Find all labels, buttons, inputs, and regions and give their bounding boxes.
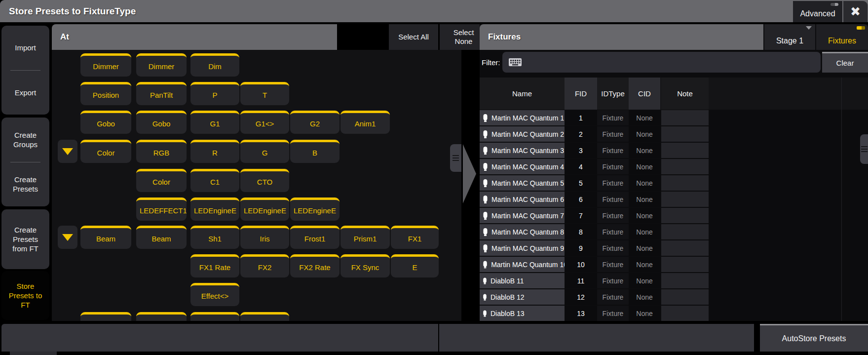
param-button-c1[interactable]: C1 <box>190 169 239 192</box>
keyboard-icon <box>509 58 522 66</box>
table-row[interactable]: Martin MAC Quantum 1010FixtureNone <box>480 257 709 272</box>
fixture-icon <box>483 114 488 122</box>
param-button-cto[interactable]: CTO <box>240 169 289 192</box>
tab-active-indicator-icon <box>857 26 865 30</box>
clear-filter-button[interactable]: Clear <box>822 52 868 73</box>
param-button-dimmer[interactable]: Dimmer <box>136 53 187 77</box>
store-presets-dialog: Store Presets to FixtureType Advanced ✖ … <box>0 0 868 355</box>
param-button-prism1[interactable]: Prism1 <box>340 226 390 249</box>
table-row[interactable]: Martin MAC Quantum 66FixtureNone <box>480 192 709 207</box>
column-header-cid[interactable]: CID <box>629 78 660 110</box>
group-expand-toggle[interactable] <box>58 226 77 249</box>
fixture-icon <box>483 179 488 187</box>
param-button-fx2-rate[interactable]: FX2 Rate <box>290 254 340 277</box>
table-row[interactable]: Martin MAC Quantum 33FixtureNone <box>480 143 709 158</box>
param-button-r[interactable]: R <box>190 140 239 163</box>
table-row[interactable]: Martin MAC Quantum 55FixtureNone <box>480 175 709 191</box>
param-button-anim1[interactable]: Anim1 <box>340 111 390 134</box>
param-button-fx1-rate[interactable]: FX1 Rate <box>190 254 239 277</box>
fixture-cid-cell: None <box>629 224 660 239</box>
sidebar-item-create-presets[interactable]: Create Presets <box>1 162 49 207</box>
table-row[interactable]: Martin MAC Quantum 44FixtureNone <box>480 159 709 174</box>
fixture-idtype-cell: Fixture <box>597 306 629 321</box>
param-button-ledenginee[interactable]: LEDEngineE <box>290 197 340 221</box>
fixture-cid-cell: None <box>629 208 660 223</box>
fixture-name-cell: Martin MAC Quantum 6 <box>480 192 567 207</box>
param-button-gobo[interactable]: Gobo <box>80 111 131 134</box>
param-button-ledenginee[interactable]: LEDEngineE <box>240 197 289 221</box>
fixture-cid-cell: None <box>629 257 660 272</box>
param-button-p[interactable]: P <box>190 82 239 105</box>
table-row[interactable]: DiabloB 1111FixtureNone <box>480 273 709 288</box>
table-row[interactable]: Martin MAC Quantum 99FixtureNone <box>480 240 709 256</box>
param-button-gobo[interactable]: Gobo <box>136 111 187 134</box>
filter-input[interactable] <box>502 52 821 73</box>
param-button-ledenginee[interactable]: LEDEngineE <box>190 197 239 221</box>
param-button-beam[interactable]: Beam <box>80 226 131 249</box>
param-button-fx1[interactable]: FX1 <box>391 226 439 249</box>
column-header-name[interactable]: Name <box>480 78 565 110</box>
param-button[interactable] <box>240 312 289 321</box>
fixture-idtype-cell: Fixture <box>597 208 629 223</box>
param-button-fx2[interactable]: FX2 <box>240 254 289 277</box>
fixture-fid-cell: 7 <box>565 208 597 223</box>
fixture-fid-cell: 5 <box>565 175 597 191</box>
param-button-g1[interactable]: G1 <box>190 111 239 134</box>
param-button-dim[interactable]: Dim <box>190 53 239 77</box>
group-expand-toggle[interactable] <box>58 140 77 163</box>
expand-right-arrow-icon[interactable] <box>463 144 476 203</box>
select-all-button[interactable]: Select All <box>389 24 438 50</box>
table-row[interactable]: DiabloB 1212FixtureNone <box>480 289 709 305</box>
column-header-note[interactable]: Note <box>661 78 709 110</box>
param-button-g2[interactable]: G2 <box>290 111 340 134</box>
sidebar-item-create-groups[interactable]: Create Groups <box>1 118 49 162</box>
param-button-color[interactable]: Color <box>136 169 187 192</box>
fixture-name-cell: DiabloB 12 <box>480 289 567 305</box>
param-button-beam[interactable]: Beam <box>136 226 187 249</box>
autostore-presets-button[interactable]: AutoStore Presets <box>760 324 868 352</box>
param-button-position[interactable]: Position <box>80 82 131 105</box>
sidebar-item-import[interactable]: Import <box>1 26 49 70</box>
column-header-fid[interactable]: FID <box>565 78 597 110</box>
param-button-frost1[interactable]: Frost1 <box>290 226 340 249</box>
fixtures-scroll-grip[interactable] <box>860 134 868 164</box>
param-button-iris[interactable]: Iris <box>240 226 289 249</box>
param-button-sh1[interactable]: Sh1 <box>190 226 239 249</box>
advanced-button[interactable]: Advanced <box>793 1 842 22</box>
tab-stage-1[interactable]: Stage 1 <box>764 24 815 50</box>
sidebar-item-store-presets-to-ft[interactable]: Store Presets to FT <box>1 271 49 320</box>
fixture-icon <box>483 293 487 301</box>
param-button-fx-sync[interactable]: FX Sync <box>340 254 390 277</box>
param-button[interactable] <box>80 312 131 321</box>
param-button-g1-[interactable]: G1<> <box>240 111 289 134</box>
param-button-e[interactable]: E <box>391 254 439 277</box>
param-button-rgb[interactable]: RGB <box>136 140 187 163</box>
fixture-fid-cell: 8 <box>565 224 597 239</box>
table-row[interactable]: Martin MAC Quantum 88FixtureNone <box>480 224 709 239</box>
param-button-b[interactable]: B <box>290 140 340 163</box>
param-button-g[interactable]: G <box>240 140 289 163</box>
fixture-idtype-cell: Fixture <box>597 110 629 125</box>
fixture-cid-cell: None <box>629 143 660 158</box>
close-button[interactable]: ✖ <box>843 1 868 22</box>
sidebar-item-export[interactable]: Export <box>1 71 49 115</box>
at-scroll-grip[interactable] <box>450 144 461 172</box>
table-row[interactable]: Martin MAC Quantum 22FixtureNone <box>480 126 709 142</box>
fixtures-panel-title: Fixtures <box>480 24 763 50</box>
table-row[interactable]: Martin MAC Quantum 11FixtureNone <box>480 110 709 125</box>
param-button[interactable] <box>190 312 239 321</box>
param-button-effect-[interactable]: Effect<> <box>190 283 239 306</box>
param-button-t[interactable]: T <box>240 82 289 105</box>
fixture-icon <box>483 130 488 138</box>
fixture-idtype-cell: Fixture <box>597 143 629 158</box>
param-button[interactable] <box>136 312 187 321</box>
table-row[interactable]: DiabloB 1313FixtureNone <box>480 306 709 321</box>
param-button-pantilt[interactable]: PanTilt <box>136 82 187 105</box>
column-header-idtype[interactable]: IDType <box>597 78 629 110</box>
param-button-ledeffect1[interactable]: LEDEFFECT1 <box>136 197 187 221</box>
param-button-dimmer[interactable]: Dimmer <box>80 53 131 77</box>
param-button-color[interactable]: Color <box>80 140 131 163</box>
table-row[interactable]: Martin MAC Quantum 77FixtureNone <box>480 208 709 223</box>
tab-fixtures[interactable]: Fixtures <box>816 24 868 50</box>
sidebar-item-create-presets-from-ft[interactable]: Create Presets from FT <box>1 209 49 269</box>
